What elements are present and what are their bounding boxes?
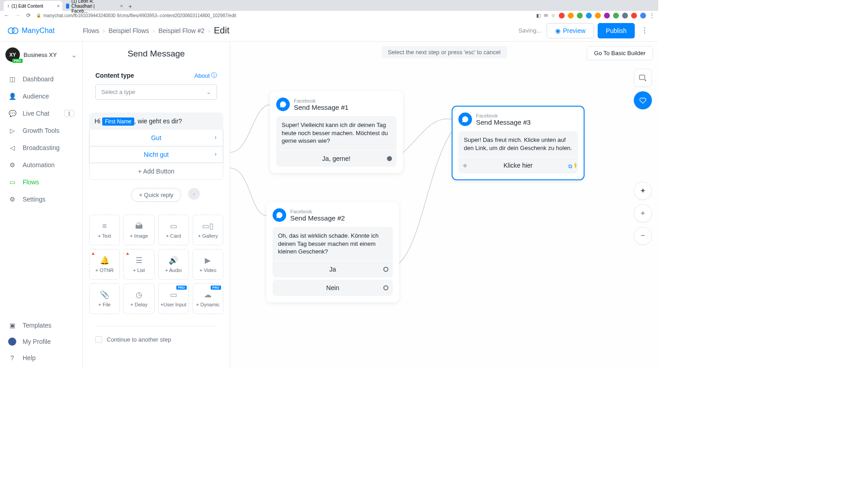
add-dynamic-button[interactable]: PRO☁+ Dynamic (193, 283, 223, 314)
sidebar-item-livechat[interactable]: 💬Live Chat1 (0, 105, 82, 122)
continue-checkbox[interactable] (95, 336, 102, 343)
chat-icon: 💬 (8, 109, 16, 117)
browser-chrome: ↕(1) Edit Content× (1) Leon R. Chaudhari… (0, 0, 658, 20)
reply-button-gut[interactable]: Gut› (89, 130, 223, 146)
quick-reply-prev-button[interactable]: ‹ (188, 188, 200, 200)
add-node-button[interactable] (634, 69, 652, 87)
sidebar-item-dashboard[interactable]: ◫Dashboard (0, 70, 82, 88)
sidebar-item-broadcasting[interactable]: ◁Broadcasting (0, 139, 82, 156)
breadcrumb-flows[interactable]: Flows (83, 27, 99, 34)
logo[interactable]: ManyChat (7, 25, 83, 37)
pro-badge: PRO (211, 286, 221, 290)
sidebar-item-profile[interactable]: My Profile (0, 333, 82, 350)
star-icon[interactable]: ☆ (551, 13, 556, 19)
forward-icon[interactable]: → (14, 12, 21, 19)
flow-node-send-message-1[interactable]: FacebookSend Message #1 Super! Vielleich… (270, 91, 403, 173)
auto-arrange-button[interactable]: ✦ (634, 182, 652, 200)
close-icon[interactable]: × (57, 3, 60, 9)
sidebar: XYPRO Business XY ⌄ ◫Dashboard 👤Audience… (0, 42, 83, 369)
ext-icon[interactable] (604, 13, 610, 19)
avatar-icon (8, 338, 16, 346)
node-button-nein[interactable]: Nein (273, 280, 393, 296)
sidebar-item-templates[interactable]: ▣Templates (0, 317, 82, 333)
add-button[interactable]: + Add Button (89, 163, 223, 180)
ext-icon[interactable] (559, 13, 565, 19)
warning-icon: ▲ (91, 251, 95, 256)
output-port[interactable] (575, 163, 576, 168)
ext-icon[interactable]: ✉ (544, 13, 548, 19)
node-type: Facebook (290, 209, 345, 214)
continue-step-row[interactable]: Continue to another step (83, 330, 230, 343)
add-quick-reply-button[interactable]: + Quick reply (131, 188, 181, 202)
content-type-select[interactable]: Select a type ⌄ (95, 84, 217, 100)
lock-icon: 🔒 (36, 13, 41, 18)
zoom-in-button[interactable]: + (634, 204, 652, 222)
output-port[interactable] (383, 285, 388, 290)
chevron-right-icon: › (208, 27, 210, 34)
flow-node-send-message-2[interactable]: FacebookSend Message #2 Oh, das ist wirk… (266, 202, 399, 302)
ext-icon[interactable] (577, 13, 583, 19)
browser-tab-2[interactable]: (1) Leon R. Chaudhari | Faceb...× (62, 1, 126, 11)
divider (95, 326, 217, 326)
new-tab-button[interactable]: + (126, 2, 135, 11)
add-list-button[interactable]: ▲☰+ List (123, 249, 154, 280)
zoom-out-button[interactable]: − (634, 227, 652, 245)
flow-canvas[interactable]: Select the next step or press 'esc' to c… (230, 42, 658, 369)
health-button[interactable] (634, 91, 652, 109)
back-icon[interactable]: ← (4, 12, 10, 19)
add-card-button[interactable]: ▭+ Card (158, 215, 189, 245)
ext-icon[interactable]: ◧ (536, 13, 541, 19)
more-menu-button[interactable]: ⋮ (638, 23, 651, 38)
message-text-editor[interactable]: Hi First Name, wie geht es dir? (89, 113, 223, 130)
ext-icon[interactable] (568, 13, 574, 19)
file-icon: 📎 (100, 290, 109, 300)
add-otnr-button[interactable]: ▲🔔+ OTNR (89, 249, 120, 280)
breadcrumb-flow[interactable]: Beispiel Flow #2 (158, 27, 204, 34)
menu-icon[interactable]: ⋮ (649, 12, 655, 19)
node-button-ja-gerne[interactable]: Ja, gerne! (276, 150, 396, 167)
account-selector[interactable]: XYPRO Business XY ⌄ (0, 42, 82, 68)
reload-icon[interactable]: ⟳ (25, 12, 32, 19)
output-port[interactable] (383, 267, 388, 272)
flow-node-send-message-3[interactable]: FacebookSend Message #3 Super! Das freut… (452, 106, 585, 180)
preview-button[interactable]: ◉Preview (547, 23, 594, 38)
avatar-icon[interactable] (640, 13, 646, 19)
breadcrumb-folder[interactable]: Beispiel Flows (108, 27, 149, 34)
url-input[interactable]: 🔒manychat.com/fb181039443240830 9/cms/fi… (36, 13, 532, 18)
node-title: Send Message #3 (476, 118, 531, 126)
ext-icon[interactable] (631, 13, 637, 19)
sidebar-item-help[interactable]: ?Help (0, 350, 82, 366)
video-icon: ▶ (205, 256, 211, 265)
add-audio-button[interactable]: 🔊+ Audio (158, 249, 189, 280)
tabs-bar: ↕(1) Edit Content× (1) Leon R. Chaudhari… (0, 0, 658, 11)
node-button-ja[interactable]: Ja (273, 261, 393, 277)
ext-icon[interactable] (595, 13, 601, 19)
ext-icon[interactable] (586, 13, 592, 19)
sidebar-item-audience[interactable]: 👤Audience (0, 88, 82, 105)
node-button-klicke-hier[interactable]: ⊕ Klicke hier ⧉ (458, 157, 578, 174)
close-icon[interactable]: × (120, 3, 123, 9)
add-userinput-button[interactable]: PRO▭+User Input (158, 283, 189, 314)
sidebar-item-automation[interactable]: ⚙Automation (0, 156, 82, 174)
ext-icon[interactable] (613, 13, 619, 19)
about-link[interactable]: About ⓘ (194, 71, 217, 80)
add-video-button[interactable]: ▶+ Video (193, 249, 223, 280)
sidebar-item-settings[interactable]: ⚙Settings (0, 191, 82, 208)
output-port[interactable] (387, 156, 392, 161)
add-delay-button[interactable]: ◷+ Delay (123, 283, 154, 314)
ext-icon[interactable] (622, 13, 628, 19)
variable-chip[interactable]: First Name (102, 117, 134, 126)
basic-builder-button[interactable]: Go To Basic Builder (587, 46, 653, 60)
browser-tab-1[interactable]: ↕(1) Edit Content× (4, 1, 62, 11)
help-icon: ? (8, 354, 16, 362)
publish-button[interactable]: Publish (598, 23, 635, 38)
sidebar-item-growth[interactable]: ▷Growth Tools (0, 122, 82, 139)
warning-icon: ▲ (125, 251, 130, 256)
add-text-button[interactable]: ≡+ Text (89, 215, 120, 245)
add-image-button[interactable]: 🏔+ Image (123, 215, 154, 245)
sidebar-item-flows[interactable]: ▭Flows (0, 174, 82, 191)
eye-icon: ◉ (555, 27, 561, 34)
reply-button-nichtgut[interactable]: Nicht gut› (89, 146, 223, 163)
add-file-button[interactable]: 📎+ File (89, 283, 120, 314)
add-gallery-button[interactable]: ▭▯+ Gallery (193, 215, 223, 245)
